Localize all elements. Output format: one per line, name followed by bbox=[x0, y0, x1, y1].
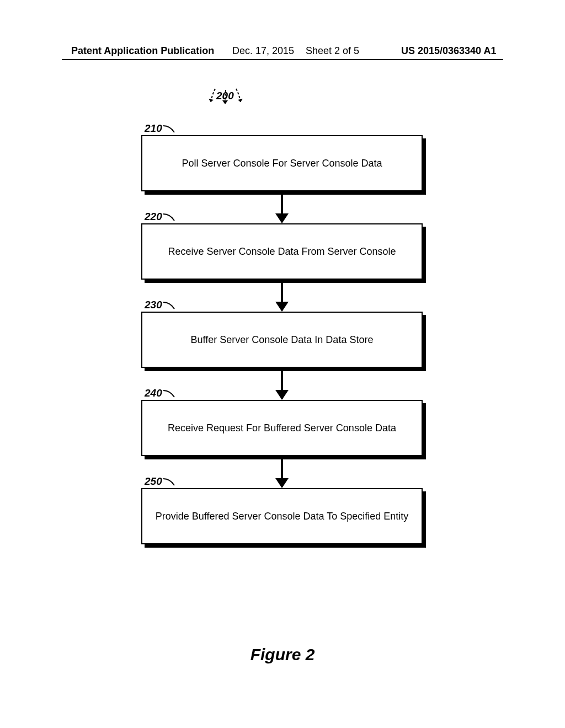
step-ref-240: 240 bbox=[145, 387, 162, 399]
flow-step-230: Buffer Server Console Data In Data Store bbox=[141, 312, 423, 368]
sheet-number: Sheet 2 of 5 bbox=[306, 45, 359, 57]
step-ref-text: 250 bbox=[145, 475, 162, 487]
step-ref-210: 210 bbox=[145, 122, 162, 135]
step-ref-text: 220 bbox=[145, 211, 162, 222]
flow-box: Receive Request For Buffered Server Cons… bbox=[141, 400, 423, 456]
step-ref-text: 230 bbox=[145, 299, 162, 311]
step-ref-220: 220 bbox=[145, 211, 162, 223]
flow-step-250: Provide Buffered Server Console Data To … bbox=[141, 488, 423, 544]
flow-box-text: Receive Request For Buffered Server Cons… bbox=[168, 422, 396, 434]
header-rule bbox=[62, 59, 503, 60]
step-ref-text: 210 bbox=[145, 122, 162, 134]
svg-marker-2 bbox=[238, 99, 243, 102]
step-ref-230: 230 bbox=[145, 299, 162, 311]
step-ref-250: 250 bbox=[145, 475, 162, 488]
leader-line-icon bbox=[162, 213, 179, 224]
flow-step-210: Poll Server Console For Server Console D… bbox=[141, 135, 423, 191]
flow-box: Provide Buffered Server Console Data To … bbox=[141, 488, 423, 544]
flow-arrow bbox=[281, 459, 283, 487]
flow-box: Buffer Server Console Data In Data Store bbox=[141, 312, 423, 368]
flow-arrow bbox=[281, 195, 283, 222]
flow-step-220: Receive Server Console Data From Server … bbox=[141, 223, 423, 280]
svg-marker-0 bbox=[209, 99, 214, 102]
step-ref-text: 240 bbox=[145, 387, 162, 399]
publication-number: US 2015/0363340 A1 bbox=[401, 45, 496, 57]
flow-box: Poll Server Console For Server Console D… bbox=[141, 135, 423, 191]
flow-box-text: Buffer Server Console Data In Data Store bbox=[191, 334, 374, 346]
leader-line-icon bbox=[162, 301, 179, 312]
flow-step-240: Receive Request For Buffered Server Cons… bbox=[141, 400, 423, 456]
flow-arrow bbox=[281, 371, 283, 399]
overall-ref-label: 200 bbox=[216, 90, 234, 102]
flow-box-text: Receive Server Console Data From Server … bbox=[168, 246, 396, 258]
leader-line-icon bbox=[162, 478, 179, 489]
leader-line-icon bbox=[162, 389, 179, 400]
figure-caption: Figure 2 bbox=[0, 645, 565, 664]
flow-box-text: Provide Buffered Server Console Data To … bbox=[156, 511, 409, 522]
flow-box: Receive Server Console Data From Server … bbox=[141, 223, 423, 280]
leader-line-icon bbox=[162, 125, 179, 136]
publication-date: Dec. 17, 2015 bbox=[232, 45, 294, 57]
patent-page: Patent Application Publication Dec. 17, … bbox=[0, 0, 565, 728]
flow-arrow bbox=[281, 283, 283, 311]
publication-label: Patent Application Publication bbox=[71, 45, 214, 57]
flow-box-text: Poll Server Console For Server Console D… bbox=[182, 158, 382, 169]
